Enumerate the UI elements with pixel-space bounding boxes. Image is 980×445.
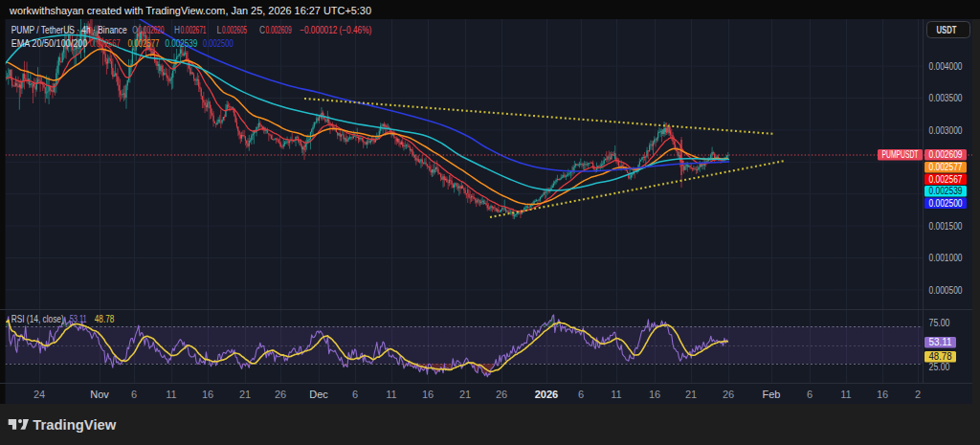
svg-text:EMA 20/50/100/200: EMA 20/50/100/200 xyxy=(11,38,88,49)
svg-text:16: 16 xyxy=(202,389,213,400)
svg-text:75.00: 75.00 xyxy=(929,317,950,328)
svg-text:O: O xyxy=(132,25,138,35)
svg-text:0.002567: 0.002567 xyxy=(929,173,963,185)
svg-text:0.004000: 0.004000 xyxy=(929,60,963,72)
svg-text:PUMPUSDT: PUMPUSDT xyxy=(882,148,919,160)
svg-text:Dec: Dec xyxy=(309,389,328,400)
svg-text:11: 11 xyxy=(386,389,396,400)
svg-text:16: 16 xyxy=(649,389,660,400)
svg-text:USDT: USDT xyxy=(937,24,957,35)
svg-text:H: H xyxy=(174,25,180,35)
svg-text:RSI (14, close): RSI (14, close) xyxy=(11,314,64,324)
svg-text:TradingView: TradingView xyxy=(33,416,116,433)
svg-text:0.001000: 0.001000 xyxy=(929,252,963,263)
svg-text:0.002609: 0.002609 xyxy=(929,148,963,160)
svg-text:0.001500: 0.001500 xyxy=(929,220,963,232)
svg-text:6: 6 xyxy=(807,389,813,400)
svg-text:26: 26 xyxy=(496,389,507,400)
svg-text:Feb: Feb xyxy=(763,389,781,400)
svg-text:0.002539: 0.002539 xyxy=(929,185,963,196)
svg-text:53.11: 53.11 xyxy=(929,336,952,347)
svg-text:21: 21 xyxy=(685,389,697,400)
svg-text:6: 6 xyxy=(352,389,358,400)
svg-text:11: 11 xyxy=(611,389,621,400)
svg-text:workwithshayan created with Tr: workwithshayan created with TradingView.… xyxy=(9,5,371,16)
svg-text:26: 26 xyxy=(275,389,286,400)
svg-text:0.002620: 0.002620 xyxy=(138,25,164,35)
svg-text:−0.000012 (−0.46%): −0.000012 (−0.46%) xyxy=(300,25,371,35)
svg-text:2: 2 xyxy=(915,389,921,400)
svg-text:0.002539: 0.002539 xyxy=(166,38,198,49)
svg-text:0.002577: 0.002577 xyxy=(128,38,160,49)
svg-text:0.002605: 0.002605 xyxy=(222,25,247,35)
svg-text:0.002567: 0.002567 xyxy=(90,38,121,49)
svg-text:48.78: 48.78 xyxy=(95,314,115,324)
svg-text:0.002609: 0.002609 xyxy=(266,25,292,35)
svg-text:16: 16 xyxy=(422,389,434,400)
svg-text:21: 21 xyxy=(459,389,471,400)
svg-text:6: 6 xyxy=(131,389,137,400)
svg-text:24: 24 xyxy=(33,389,45,400)
svg-text:25.00: 25.00 xyxy=(929,361,950,372)
svg-text:0.002500: 0.002500 xyxy=(203,38,234,49)
svg-text:11: 11 xyxy=(166,389,176,400)
svg-text:PUMP / TetherUS · 4h · Binance: PUMP / TetherUS · 4h · Binance xyxy=(11,25,127,35)
svg-text:48.78: 48.78 xyxy=(929,350,952,362)
svg-text:21: 21 xyxy=(239,389,251,400)
svg-text:11: 11 xyxy=(840,389,851,400)
svg-text:0.003000: 0.003000 xyxy=(929,124,963,136)
svg-text:0.000500: 0.000500 xyxy=(929,284,963,296)
svg-text:6: 6 xyxy=(578,389,584,400)
svg-text:26: 26 xyxy=(723,389,734,400)
svg-text:16: 16 xyxy=(877,389,888,400)
svg-text:0.003500: 0.003500 xyxy=(929,92,963,103)
svg-text:53.11: 53.11 xyxy=(70,314,87,324)
svg-text:2026: 2026 xyxy=(535,389,558,400)
svg-text:0.002671: 0.002671 xyxy=(180,25,206,35)
svg-text:0.002500: 0.002500 xyxy=(929,197,963,209)
svg-text:0.002577: 0.002577 xyxy=(929,161,963,172)
svg-text:C: C xyxy=(259,25,265,35)
svg-text:Nov: Nov xyxy=(90,389,109,400)
